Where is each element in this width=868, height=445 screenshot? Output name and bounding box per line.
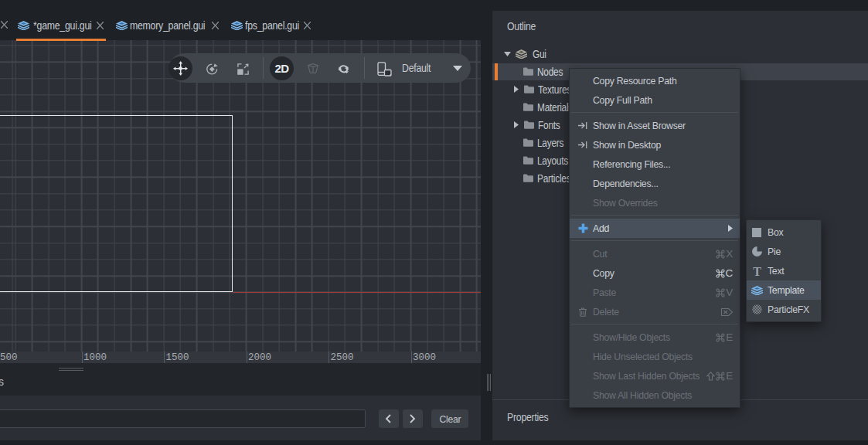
svg-text:T: T [753, 267, 761, 276]
